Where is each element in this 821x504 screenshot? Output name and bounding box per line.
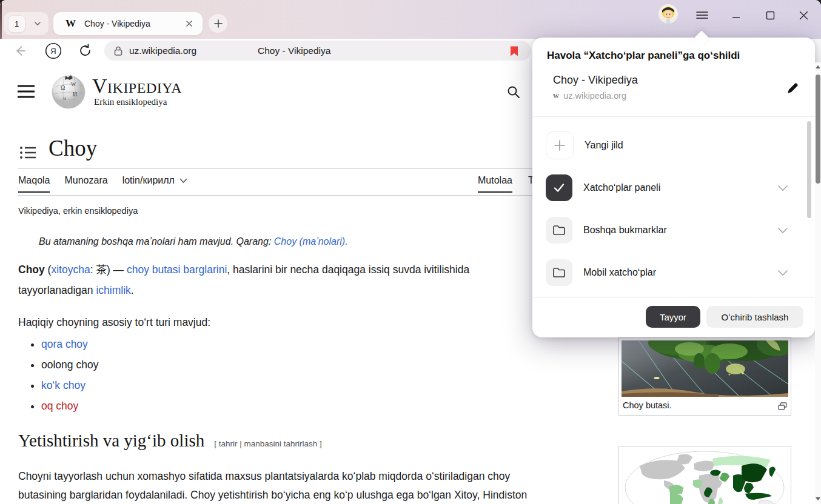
done-button[interactable]: Tayyor [646,306,700,328]
figure-tea-bush: Choy butasi. [618,337,791,416]
svg-text:Я: Я [50,47,56,56]
bookmark-flag-icon[interactable] [509,45,519,57]
maximize-button[interactable] [759,6,781,24]
intro-paragraph: Choy (xitoycha: 茶) — choy butasi barglar… [18,259,612,300]
svg-text:И: И [73,91,77,98]
close-window-button[interactable] [793,6,814,24]
search-icon[interactable] [506,85,521,99]
browser-window: 1 W Choy - Vikipediya [0,0,821,504]
back-button-icon[interactable] [12,44,27,58]
section-edit-links[interactable]: [ tahrir | manbasini tahrirlash ] [214,439,322,448]
profile-avatar[interactable] [658,4,678,24]
wikipedia-favicon: w [553,91,559,101]
address-bar[interactable]: uz.wikipedia.org Choy - Vikipediya [104,41,531,61]
wallpaper-edge [0,0,2,39]
plus-icon [214,19,223,28]
popup-title: Havola “Xatchoʻplar paneli”ga qoʻshildi [547,50,740,62]
tab-count-chip[interactable]: 1 [8,15,25,33]
bookmark-popup: Havola “Xatchoʻplar paneli”ga qoʻshildi … [532,38,815,337]
tab-munozara[interactable]: Munozara [64,175,107,186]
list-item: koʻk choy [41,375,98,396]
folder-icon [546,259,572,286]
site-wordmark[interactable]: Vikipediya [92,75,182,98]
expand-figure-icon[interactable] [778,402,787,410]
folder-icon [546,217,572,244]
tea-production-map-image[interactable] [622,449,788,504]
link-xitoycha[interactable]: xitoycha [51,264,90,276]
bookmark-url: w uz.wikipedia.org [553,91,626,101]
site-menu-icon[interactable] [17,84,35,99]
url-domain: uz.wikipedia.org [129,45,196,56]
yandex-button[interactable]: Я [45,42,62,59]
url-page-title: Choy - Vikipediya [258,45,330,56]
svg-text:ч: ч [63,95,66,101]
wikipedia-globe-logo[interactable]: Ω W И ч [51,73,86,110]
chevron-down-icon[interactable] [777,227,788,234]
hatnote-link[interactable]: Choy (maʼnolari). [274,236,348,247]
popup-scrollbar-thumb[interactable] [807,121,811,218]
tea-bush-image[interactable] [622,340,788,397]
link-qora-choy[interactable]: qora choy [41,338,88,350]
bookmark-title: Choy - Vikipediya [553,74,638,87]
scrollbar-thumb[interactable] [816,75,820,184]
remove-bookmark-button[interactable]: Oʻchirib tashlash [706,306,803,328]
svg-text:W: W [71,81,76,87]
folder-item-mobile-bookmarks[interactable]: Mobil xatchoʻplar [532,251,805,294]
figure-caption: Choy butasi. [623,400,672,410]
tab-title: Choy - Vikipediya [84,19,186,28]
chevron-down-icon [179,178,187,184]
tab-maqola[interactable]: Maqola [18,175,50,193]
new-folder-icon [546,131,574,159]
folder-item-bookmarks-panel[interactable]: Xatchoʻplar paneli [532,167,805,209]
hatnote-text: Bu atamaning boshqa maʼnolari ham mavjud… [39,236,274,247]
chevron-down-icon[interactable] [777,185,788,191]
list-item: oolong choy [41,354,98,375]
types-lead: Haqiqiy choyning asosiy toʻrt turi mavju… [18,312,210,333]
reload-icon[interactable] [78,43,93,58]
lock-icon[interactable] [113,45,123,56]
folder-item-other-bookmarks[interactable]: Boshqa bukmarklar [532,209,805,251]
chevron-down-icon[interactable] [777,270,788,276]
chevron-down-icon[interactable] [33,19,42,28]
link-oq-choy[interactable]: oq choy [41,400,78,412]
page-scrollbar[interactable] [815,62,821,504]
section-paragraph: Choyni tayyorlash uchun xomashyo sifatid… [18,467,625,504]
site-subtitle: Vikipediya, erkin ensiklopediya [18,206,138,216]
hamburger-icon [696,11,708,19]
wikipedia-favicon: W [65,18,76,30]
minimize-icon [732,11,740,19]
list-item: qora choy [41,334,98,354]
site-tagline: Erkin ensiklopediya [94,97,167,107]
tab-mutolaa[interactable]: Mutolaa [478,175,512,193]
section-title: Yetishtirish va yigʻib olish [18,431,204,451]
tab-variant[interactable]: lotin/кирилл [122,175,187,186]
hatnote: Bu atamaning boshqa maʼnolari ham mavjud… [39,236,348,247]
scroll-up-icon[interactable] [816,65,820,70]
tab-counter[interactable]: 1 [4,12,49,35]
edit-bookmark-icon[interactable] [785,81,800,96]
minimize-button[interactable] [725,6,747,24]
svg-text:Ω: Ω [61,84,65,91]
new-tab-button[interactable] [209,14,227,33]
page-title: Choy [49,135,97,161]
link-choy-butasi[interactable]: choy butasi barglarini [127,264,227,276]
avatar-girl-icon [658,4,678,24]
browser-tab[interactable]: W Choy - Vikipediya [53,12,203,35]
text-oolong-choy: oolong choy [41,359,98,371]
close-icon [799,11,808,20]
intro-bold-title: Choy [18,264,45,276]
scroll-down-icon[interactable] [816,496,820,501]
list-item: oq choy [41,396,98,416]
close-tab-icon[interactable] [186,20,193,27]
link-kok-choy[interactable]: koʻk choy [41,379,85,391]
maximize-icon [766,11,775,20]
folder-item-new[interactable]: Yangi jild [532,124,805,167]
selected-check-icon [546,174,572,201]
link-ichimlik[interactable]: ichimlik [96,284,130,296]
browser-menu-button[interactable] [691,6,713,24]
figure-tea-map [618,446,791,504]
toc-icon[interactable] [20,146,36,159]
tea-types-list: qora choy oolong choy koʻk choy oq choy [18,334,98,416]
